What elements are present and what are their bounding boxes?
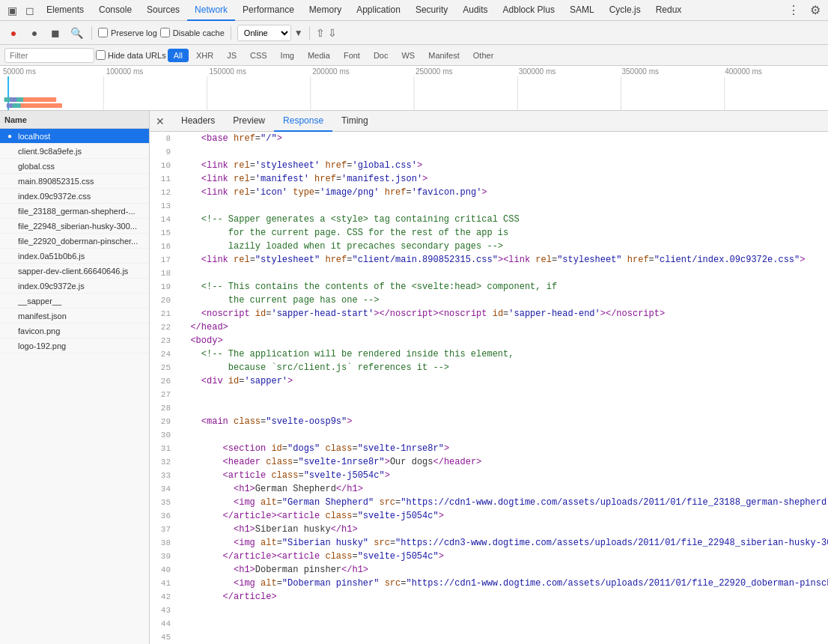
line-number: 21 bbox=[150, 307, 177, 321]
tab-headers[interactable]: Headers bbox=[172, 111, 224, 132]
filter-btn-doc[interactable]: Doc bbox=[368, 49, 395, 62]
line-content: <body> bbox=[177, 334, 828, 347]
line-number: 8 bbox=[150, 132, 177, 145]
device-icon[interactable]: ◻ bbox=[21, 1, 39, 19]
tab-response[interactable]: Response bbox=[274, 111, 332, 132]
network-throttle-select[interactable]: Online Offline Slow 3G Fast 3G bbox=[237, 25, 291, 41]
line-number: 39 bbox=[150, 550, 177, 563]
file-list-item-3[interactable]: main.890852315.css bbox=[0, 174, 149, 189]
import-icon[interactable]: ⇧ bbox=[316, 27, 325, 39]
tab-saml[interactable]: SAML bbox=[562, 0, 602, 21]
tab-adblock[interactable]: Adblock Plus bbox=[496, 0, 562, 21]
file-list-item-6[interactable]: file_22948_siberian-husky-300... bbox=[0, 219, 149, 234]
filter-btn-js[interactable]: JS bbox=[221, 49, 243, 62]
file-list-item-12[interactable]: manifest.json bbox=[0, 309, 149, 323]
line-number: 35 bbox=[150, 496, 177, 509]
tab-memory[interactable]: Memory bbox=[302, 0, 349, 21]
line-content: </head> bbox=[177, 321, 828, 334]
timeline-label-7: 350000 ms bbox=[622, 67, 725, 76]
file-list-item-7[interactable]: file_22920_doberman-pinscher... bbox=[0, 234, 149, 249]
export-icon[interactable]: ⇩ bbox=[328, 27, 337, 39]
timeline-area[interactable]: 50000 ms 100000 ms 150000 ms 200000 ms 2… bbox=[0, 66, 828, 111]
line-number: 37 bbox=[150, 523, 177, 536]
tab-security[interactable]: Security bbox=[408, 0, 455, 21]
line-number: 34 bbox=[150, 482, 177, 496]
code-line: 28 bbox=[150, 401, 828, 415]
line-number: 25 bbox=[150, 361, 177, 374]
tab-elements[interactable]: Elements bbox=[39, 0, 91, 21]
throttle-expand-icon[interactable]: ▼ bbox=[294, 28, 303, 38]
file-list-item-13[interactable]: favicon.png bbox=[0, 323, 149, 338]
preserve-log-checkbox[interactable] bbox=[98, 28, 108, 37]
tab-timing[interactable]: Timing bbox=[332, 111, 377, 132]
code-view[interactable]: 8 <base href="/">910 <link rel='styleshe… bbox=[150, 132, 828, 644]
timeline-label-6: 300000 ms bbox=[519, 67, 622, 76]
file-list-item-8[interactable]: index.0a51b0b6.js bbox=[0, 249, 149, 264]
file-list-item-14[interactable]: logo-192.png bbox=[0, 338, 149, 353]
code-line: 15 for the current page. CSS for the res… bbox=[150, 226, 828, 240]
filter-btn-media[interactable]: Media bbox=[302, 49, 336, 62]
search-button[interactable]: 🔍 bbox=[67, 24, 85, 42]
filter-bar: Hide data URLs All XHR JS CSS Img Media … bbox=[0, 45, 828, 66]
tab-console[interactable]: Console bbox=[91, 0, 139, 21]
line-number: 15 bbox=[150, 226, 177, 240]
line-number: 13 bbox=[150, 199, 177, 213]
tab-network[interactable]: Network bbox=[187, 0, 235, 21]
preserve-log-label[interactable]: Preserve log bbox=[98, 28, 157, 37]
timeline-label-5: 250000 ms bbox=[415, 67, 519, 76]
tab-application[interactable]: Application bbox=[349, 0, 408, 21]
line-content: <section id="dogs" class="svelte-1nrse8r… bbox=[177, 442, 828, 455]
hide-data-urls-checkbox[interactable] bbox=[96, 50, 106, 60]
file-list-item-localhost[interactable]: ● localhost bbox=[0, 129, 149, 144]
filter-btn-css[interactable]: CSS bbox=[244, 49, 273, 62]
file-list-item-4[interactable]: index.09c9372e.css bbox=[0, 189, 149, 204]
file-list-item-1[interactable]: client.9c8a9efe.js bbox=[0, 144, 149, 159]
timeline-label-8: 400000 ms bbox=[725, 67, 828, 76]
settings-icon[interactable]: ⚙ bbox=[806, 3, 825, 17]
main-area: Name ● localhost client.9c8a9efe.js glob… bbox=[0, 111, 828, 644]
filter-btn-ws[interactable]: WS bbox=[395, 49, 421, 62]
filter-btn-img[interactable]: Img bbox=[275, 49, 300, 62]
separator-2 bbox=[231, 26, 231, 40]
record-button[interactable]: ● bbox=[4, 24, 22, 42]
line-number: 22 bbox=[150, 321, 177, 334]
inspect-icon[interactable]: ▣ bbox=[3, 1, 21, 19]
filter-btn-font[interactable]: Font bbox=[338, 49, 366, 62]
code-line: 37 <h1>Siberian husky</h1> bbox=[150, 523, 828, 536]
line-number: 18 bbox=[150, 267, 177, 280]
file-list-item-10[interactable]: index.09c9372e.js bbox=[0, 279, 149, 294]
disable-cache-label[interactable]: Disable cache bbox=[160, 28, 225, 37]
filter-input[interactable] bbox=[4, 48, 94, 63]
filter-btn-xhr[interactable]: XHR bbox=[190, 49, 219, 62]
tab-sources[interactable]: Sources bbox=[139, 0, 187, 21]
filter-icon[interactable]: ◼ bbox=[46, 24, 64, 42]
file-list-item-11[interactable]: __sapper__ bbox=[0, 294, 149, 309]
code-line: 21 <noscript id='sapper-head-start'></no… bbox=[150, 307, 828, 321]
disable-cache-checkbox[interactable] bbox=[160, 28, 170, 37]
filter-btn-other[interactable]: Other bbox=[467, 49, 500, 62]
code-line: 13 bbox=[150, 199, 828, 213]
tab-audits[interactable]: Audits bbox=[455, 0, 495, 21]
code-line: 9 bbox=[150, 145, 828, 159]
line-number: 32 bbox=[150, 455, 177, 469]
tab-performance[interactable]: Performance bbox=[235, 0, 302, 21]
clear-button[interactable]: ● bbox=[25, 24, 43, 42]
line-number: 38 bbox=[150, 536, 177, 550]
tab-redux[interactable]: Redux bbox=[648, 0, 690, 21]
filter-btn-manifest[interactable]: Manifest bbox=[422, 49, 466, 62]
file-list-item-9[interactable]: sapper-dev-client.66640646.js bbox=[0, 264, 149, 279]
more-tabs-icon[interactable]: ⋮ bbox=[782, 3, 806, 17]
filter-btn-all[interactable]: All bbox=[168, 49, 189, 62]
file-list-item-2[interactable]: global.css bbox=[0, 159, 149, 174]
line-content: <link rel='icon' type='image/png' href='… bbox=[177, 186, 828, 199]
file-icon-2 bbox=[4, 161, 15, 171]
line-content: <main class="svelte-oosp9s"> bbox=[177, 415, 828, 428]
close-panel-button[interactable]: ✕ bbox=[153, 114, 168, 129]
tab-cyclejs[interactable]: Cycle.js bbox=[602, 0, 648, 21]
right-panel: ✕ Headers Preview Response Timing 8 <bas… bbox=[150, 111, 828, 644]
hide-data-urls-label[interactable]: Hide data URLs bbox=[96, 50, 166, 60]
line-number: 44 bbox=[150, 617, 177, 631]
file-list-item-5[interactable]: file_23188_german-shepherd-... bbox=[0, 204, 149, 219]
tab-preview[interactable]: Preview bbox=[224, 111, 274, 132]
line-number: 20 bbox=[150, 294, 177, 307]
